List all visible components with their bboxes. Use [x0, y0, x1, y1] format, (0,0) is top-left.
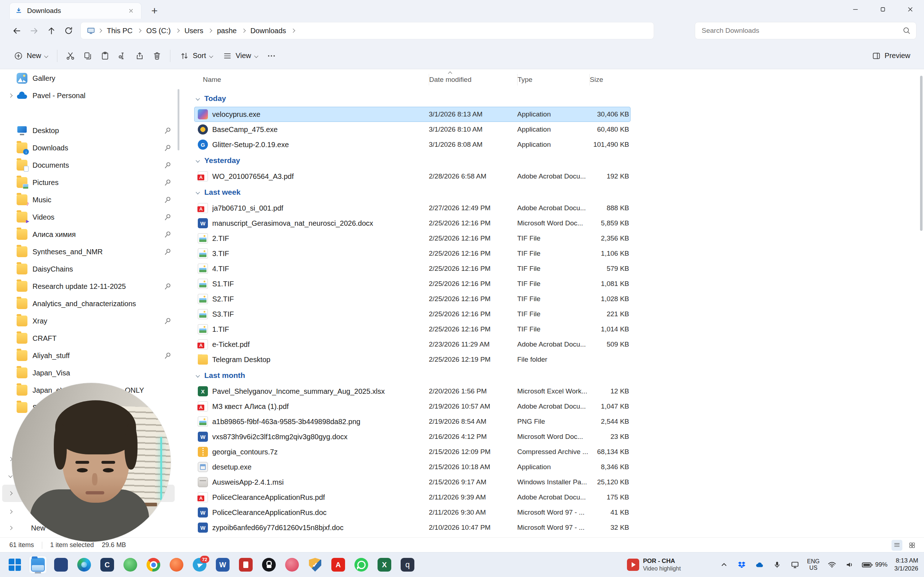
file-row[interactable]: manuscript_Gerasimova_nat_neurosci_2026.…: [194, 216, 630, 231]
file-row[interactable]: 3.TIF2/25/2026 12:16 PMTIF File1,106 KB: [194, 246, 630, 261]
file-row[interactable]: AusweisApp-2.4.1.msi2/15/2026 9:17 AMWin…: [194, 475, 630, 490]
preview-toggle[interactable]: Preview: [867, 47, 915, 65]
file-row[interactable]: velocyprus.exe3/1/2026 8:13 AMApplicatio…: [194, 107, 630, 122]
group-header-last-week[interactable]: Last week: [194, 184, 630, 200]
file-row[interactable]: S2.TIF2/25/2026 12:16 PMTIF File1,028 KB: [194, 292, 630, 306]
group-header-today[interactable]: Today: [194, 90, 630, 107]
close-button[interactable]: [897, 0, 924, 19]
taskbar-browser-chrome[interactable]: [144, 556, 162, 574]
volume-icon[interactable]: [844, 559, 855, 570]
file-row[interactable]: PoliceClearanceApplicationRus.doc2/11/20…: [194, 505, 630, 520]
forward-button[interactable]: [25, 23, 43, 39]
taskbar-app-orange[interactable]: [168, 556, 186, 574]
wifi-icon[interactable]: [827, 559, 837, 570]
sidebar-item-алиса-химия[interactable]: Алиса химия: [2, 226, 176, 243]
taskbar-clock[interactable]: 8:13 AM 3/1/2026: [894, 557, 918, 573]
file-row[interactable]: S3.TIF2/25/2026 12:16 PMTIF File221 KB: [194, 306, 630, 322]
sidebar-item-gallery[interactable]: Gallery: [2, 69, 176, 87]
taskbar-app-code[interactable]: [98, 556, 116, 574]
sidebar-item-aliyah_stuff[interactable]: Aliyah_stuff: [2, 347, 176, 364]
delete-button[interactable]: [149, 47, 165, 65]
taskbar-acrobat[interactable]: [329, 556, 347, 574]
sidebar-item-syntheses_and_nmr[interactable]: Syntheses_and_NMR: [2, 243, 176, 260]
maximize-button[interactable]: [869, 0, 897, 19]
file-row[interactable]: 4.TIF2/25/2026 12:16 PMTIF File579 KB: [194, 261, 630, 276]
taskbar-security-shield[interactable]: [306, 556, 324, 574]
group-header-last-month[interactable]: Last month: [194, 367, 630, 384]
new-tab-button[interactable]: +: [147, 3, 162, 18]
breadcrumb-item[interactable]: OS (C:): [142, 25, 174, 37]
taskbar-pdf-app[interactable]: [237, 556, 255, 574]
search-input[interactable]: [695, 23, 916, 39]
chevron-up-icon[interactable]: [719, 559, 729, 570]
paste-button[interactable]: [97, 47, 113, 65]
column-header-date-modified[interactable]: Date modified: [429, 74, 517, 85]
monitor-icon[interactable]: [789, 559, 800, 570]
column-header-name[interactable]: Name: [194, 74, 429, 85]
tab-close-icon[interactable]: [126, 6, 136, 16]
refresh-button[interactable]: [60, 23, 77, 39]
sidebar-scrollbar[interactable]: [178, 89, 179, 150]
file-row[interactable]: Telegram Desktop2/25/2026 12:19 PMFile f…: [194, 352, 630, 367]
sidebar-item-videos[interactable]: Videos: [2, 208, 176, 226]
sidebar-item-daisychains[interactable]: DaisyChains: [2, 260, 176, 278]
minimize-button[interactable]: [842, 0, 869, 19]
taskbar-word[interactable]: [214, 556, 232, 574]
sidebar-item-craft[interactable]: CRAFT: [2, 330, 176, 347]
sidebar-item-pictures[interactable]: Pictures: [2, 174, 176, 191]
sidebar-item-pavel---personal[interactable]: Pavel - Personal: [2, 87, 176, 104]
large-icons-view-button[interactable]: [907, 540, 918, 551]
search-icon[interactable]: [902, 26, 911, 36]
file-row[interactable]: МЗ квест АЛиса (1).pdf2/19/2026 10:57 AM…: [194, 399, 630, 414]
sidebar-item-research-update-12-11-2025[interactable]: Research update 12-11-2025: [2, 278, 176, 295]
file-row[interactable]: vxs873h9v6i2c3lf1c8mg2qiv3g80gyg.docx2/1…: [194, 429, 630, 444]
onedrive-icon[interactable]: [754, 559, 765, 570]
file-row[interactable]: e-Ticket.pdf2/23/2026 11:29 AMAdobe Acro…: [194, 337, 630, 352]
file-row[interactable]: WO_2010076564_A3.pdf2/28/2026 6:58 AMAdo…: [194, 169, 630, 184]
sort-button[interactable]: Sort: [175, 47, 218, 65]
details-view-button[interactable]: [892, 540, 902, 551]
taskbar-browser-edge[interactable]: [75, 556, 93, 574]
new-button[interactable]: New: [9, 47, 53, 65]
share-button[interactable]: [131, 47, 148, 65]
video-highlight-popup[interactable]: POR - CHA Video highlight: [627, 557, 681, 572]
input-language-switcher[interactable]: ENG US: [807, 558, 820, 572]
taskbar-file-explorer[interactable]: [29, 556, 47, 574]
taskbar-telegram[interactable]: 72: [191, 556, 208, 574]
file-row[interactable]: zypoib6anfed66y77d61260v15n8bjxf.doc2/10…: [194, 520, 630, 535]
back-button[interactable]: [8, 23, 25, 39]
breadcrumb-item[interactable]: pashe: [213, 25, 241, 37]
breadcrumb-item[interactable]: This PC: [103, 25, 136, 37]
mic-icon[interactable]: [772, 559, 782, 570]
sidebar-item-analytics_and_characterizations[interactable]: Analytics_and_characterizations: [2, 295, 176, 312]
taskbar-password-app[interactable]: [260, 556, 278, 574]
sidebar-item-xray[interactable]: Xray: [2, 312, 176, 330]
file-row[interactable]: BaseCamp_475.exe3/1/2026 8:10 AMApplicat…: [194, 122, 630, 137]
file-row[interactable]: 2.TIF2/25/2026 12:16 PMTIF File2,356 KB: [194, 231, 630, 246]
taskbar-app-q[interactable]: [399, 556, 417, 574]
file-row[interactable]: ja7b06710_si_001.pdf2/27/2026 12:49 PMAd…: [194, 200, 630, 216]
column-header-size[interactable]: Size: [590, 74, 630, 85]
group-header-yesterday[interactable]: Yesterday: [194, 152, 630, 169]
scrollbar[interactable]: [919, 71, 923, 535]
taskbar-excel[interactable]: [375, 556, 393, 574]
dropbox-icon[interactable]: [736, 559, 747, 570]
column-header-type[interactable]: Type: [517, 74, 590, 85]
file-row[interactable]: Glitter-Setup-2.0.19.exe3/1/2026 8:08 AM…: [194, 137, 630, 152]
up-button[interactable]: [43, 23, 60, 39]
file-row[interactable]: 1.TIF2/25/2026 12:16 PMTIF File1,014 KB: [194, 322, 630, 337]
copy-button[interactable]: [79, 47, 96, 65]
tab-downloads[interactable]: Downloads: [10, 3, 142, 19]
sidebar-item-downloads[interactable]: Downloads: [2, 139, 176, 156]
breadcrumb-item[interactable]: Downloads: [247, 25, 290, 37]
taskbar-app-green[interactable]: [121, 556, 139, 574]
taskbar-app-navy[interactable]: [52, 556, 70, 574]
breadcrumb-item[interactable]: Users: [181, 25, 207, 37]
sidebar-item-desktop[interactable]: Desktop: [2, 122, 176, 139]
rename-button[interactable]: [114, 47, 131, 65]
taskbar-app-pink[interactable]: [283, 556, 301, 574]
file-row[interactable]: georgia_contours.7z2/15/2026 12:09 PMCom…: [194, 444, 630, 459]
battery-indicator[interactable]: 99%: [862, 561, 888, 568]
taskbar-start-menu[interactable]: [6, 556, 24, 574]
chevron-right-icon[interactable]: [5, 94, 16, 97]
